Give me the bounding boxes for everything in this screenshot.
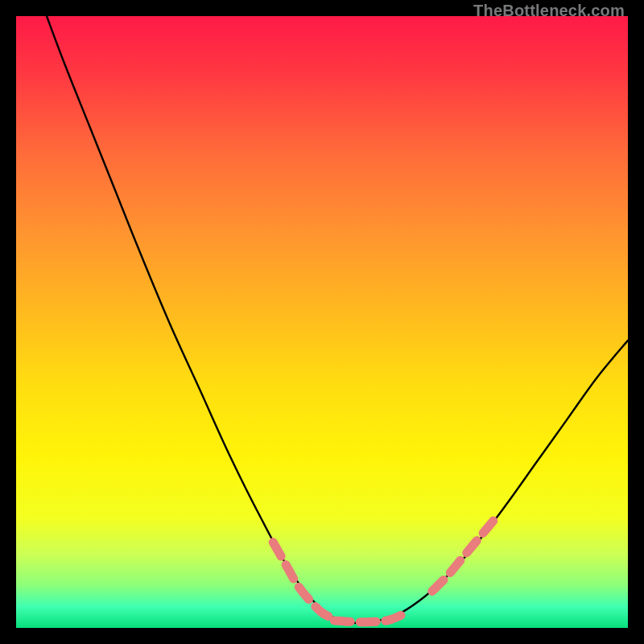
chart-canvas	[16, 16, 628, 628]
gradient-background	[16, 16, 628, 628]
watermark-text: TheBottleneck.com	[473, 2, 625, 20]
chart-frame	[16, 16, 628, 628]
